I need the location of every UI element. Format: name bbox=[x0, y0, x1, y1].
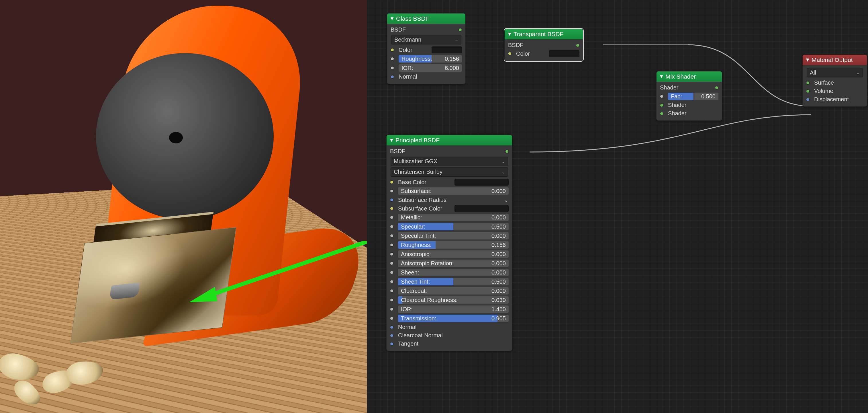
roughness-socket[interactable] bbox=[391, 57, 394, 60]
principled-row[interactable]: Subsurface Color bbox=[389, 204, 510, 213]
color-socket[interactable] bbox=[391, 48, 394, 52]
normal-socket[interactable] bbox=[391, 75, 394, 79]
principled-row[interactable]: Sheen Tint:0.500 bbox=[389, 277, 510, 286]
value-socket[interactable] bbox=[390, 280, 394, 283]
shader-socket-2[interactable] bbox=[660, 112, 663, 115]
color-socket[interactable] bbox=[390, 207, 394, 210]
principled-row[interactable]: Subsurface:0.000 bbox=[389, 186, 510, 196]
collapse-icon[interactable]: ▾ bbox=[390, 137, 393, 143]
ior-socket[interactable] bbox=[391, 66, 394, 70]
ior-slider[interactable]: IOR: 6.000 bbox=[399, 64, 462, 72]
principled-row[interactable]: Specular:0.500 bbox=[389, 222, 510, 231]
principled-row[interactable]: Subsurface Radius⌄ bbox=[389, 196, 510, 204]
glass-header-icon[interactable]: ▾ Glass BSDF bbox=[387, 13, 465, 24]
value-slider[interactable]: Sheen:0.000 bbox=[398, 269, 509, 276]
output-label: BSDF bbox=[391, 26, 406, 33]
bsdf-output-socket[interactable] bbox=[505, 150, 509, 153]
collapse-icon[interactable]: ▾ bbox=[660, 73, 663, 80]
collapse-icon[interactable]: ▾ bbox=[391, 15, 394, 22]
chevron-down-icon[interactable]: ⌄ bbox=[504, 197, 509, 203]
value-slider[interactable]: Roughness:0.156 bbox=[398, 241, 509, 249]
vector-socket[interactable] bbox=[390, 342, 394, 346]
node-transparent-bsdf[interactable]: ▾ Transparent BSDF BSDF Color bbox=[504, 29, 583, 61]
principled-row[interactable]: Base Color bbox=[389, 178, 510, 186]
color-swatch[interactable] bbox=[432, 47, 462, 53]
node-mix-shader[interactable]: ▾ Mix Shader Shader Fac: 0.500 Shader bbox=[656, 71, 722, 121]
principled-row[interactable]: Transmission:0.905 bbox=[389, 314, 510, 323]
node-editor[interactable]: ▾ Glass BSDF BSDF Beckmann ⌄ Color Ro bbox=[367, 0, 868, 413]
color-swatch[interactable] bbox=[455, 179, 509, 185]
value-socket[interactable] bbox=[390, 307, 394, 311]
vector-socket[interactable] bbox=[390, 198, 394, 202]
fac-slider[interactable]: Fac: 0.500 bbox=[668, 93, 718, 100]
node-principled-bsdf[interactable]: ▾ Principled BSDF BSDF Multiscatter GGX … bbox=[386, 135, 513, 351]
principled-row[interactable]: Specular Tint:0.000 bbox=[389, 231, 510, 240]
principled-row[interactable]: Normal bbox=[389, 323, 510, 331]
value-slider[interactable]: Clearcoat Roughness:0.030 bbox=[398, 296, 509, 304]
color-socket[interactable] bbox=[390, 180, 394, 184]
value-socket[interactable] bbox=[390, 289, 394, 293]
principled-row[interactable]: IOR:1.450 bbox=[389, 304, 510, 314]
bsdf-output-socket[interactable] bbox=[576, 43, 580, 47]
color-swatch[interactable] bbox=[455, 205, 509, 212]
shavings-tray bbox=[70, 227, 236, 344]
value-socket[interactable] bbox=[390, 225, 394, 228]
fac-socket[interactable] bbox=[660, 95, 663, 98]
principled-header[interactable]: ▾ Principled BSDF bbox=[386, 135, 512, 145]
principled-row[interactable]: Sheen:0.000 bbox=[389, 268, 510, 277]
node-title: Transparent BSDF bbox=[514, 31, 563, 37]
principled-row[interactable]: Clearcoat Roughness:0.030 bbox=[389, 295, 510, 304]
node-title: Principled BSDF bbox=[396, 137, 440, 144]
output-header[interactable]: ▾ Material Output bbox=[803, 55, 867, 65]
value-slider[interactable]: Specular:0.500 bbox=[398, 223, 509, 230]
value-slider[interactable]: Sheen Tint:0.500 bbox=[398, 278, 509, 285]
principled-row[interactable]: Clearcoat Normal bbox=[389, 331, 510, 340]
vector-socket[interactable] bbox=[390, 334, 394, 337]
value-socket[interactable] bbox=[390, 253, 394, 256]
value-socket[interactable] bbox=[390, 189, 394, 193]
glass-distribution-dropdown[interactable]: Beckmann ⌄ bbox=[391, 35, 461, 45]
shader-socket-1[interactable] bbox=[660, 104, 663, 107]
value-slider[interactable]: Clearcoat:0.000 bbox=[398, 287, 509, 295]
value-socket[interactable] bbox=[390, 298, 394, 302]
principled-row[interactable]: Metallic:0.000 bbox=[389, 213, 510, 222]
value-slider[interactable]: Subsurface:0.000 bbox=[398, 187, 509, 195]
value-socket[interactable] bbox=[390, 234, 394, 237]
chevron-down-icon: ⌄ bbox=[856, 70, 860, 75]
value-slider[interactable]: Transmission:0.905 bbox=[398, 315, 509, 322]
collapse-icon[interactable]: ▾ bbox=[508, 30, 511, 37]
principled-row[interactable]: Roughness:0.156 bbox=[389, 240, 510, 249]
principled-row[interactable]: Clearcoat:0.000 bbox=[389, 286, 510, 295]
value-socket[interactable] bbox=[390, 216, 394, 219]
principled-row[interactable]: Anisotropic Rotation:0.000 bbox=[389, 259, 510, 268]
value-slider[interactable]: IOR:1.450 bbox=[398, 305, 509, 313]
vector-socket[interactable] bbox=[390, 326, 394, 329]
value-slider[interactable]: Specular Tint:0.000 bbox=[398, 232, 509, 239]
principled-row[interactable]: Tangent bbox=[389, 340, 510, 348]
value-slider[interactable]: Anisotropic Rotation:0.000 bbox=[398, 260, 509, 267]
value-slider[interactable]: Anisotropic:0.000 bbox=[398, 250, 509, 258]
surface-socket[interactable] bbox=[806, 81, 810, 85]
color-socket[interactable] bbox=[508, 52, 512, 55]
output-target-dropdown[interactable]: All ⌄ bbox=[807, 68, 863, 78]
volume-socket[interactable] bbox=[806, 89, 810, 93]
shader-output-socket[interactable] bbox=[715, 86, 718, 89]
principled-row[interactable]: Anisotropic:0.000 bbox=[389, 249, 510, 259]
value-socket[interactable] bbox=[390, 271, 394, 274]
value-socket[interactable] bbox=[390, 262, 394, 265]
node-material-output[interactable]: ▾ Material Output All ⌄ Surface Volume D… bbox=[802, 55, 867, 107]
value-socket[interactable] bbox=[390, 243, 394, 247]
principled-distribution-dropdown[interactable]: Multiscatter GGX ⌄ bbox=[391, 156, 508, 166]
mix-header[interactable]: ▾ Mix Shader bbox=[656, 71, 722, 82]
value-socket[interactable] bbox=[390, 317, 394, 320]
principled-sss-dropdown[interactable]: Christensen-Burley ⌄ bbox=[391, 167, 508, 177]
color-swatch[interactable] bbox=[549, 50, 580, 57]
chevron-down-icon: ⌄ bbox=[501, 159, 505, 164]
roughness-slider[interactable]: Roughness: 0.156 bbox=[399, 55, 462, 62]
node-glass-bsdf[interactable]: ▾ Glass BSDF BSDF Beckmann ⌄ Color Ro bbox=[387, 13, 466, 84]
value-slider[interactable]: Metallic:0.000 bbox=[398, 214, 509, 221]
bsdf-output-socket[interactable] bbox=[459, 28, 462, 32]
transparent-header[interactable]: ▾ Transparent BSDF bbox=[505, 29, 583, 39]
displacement-socket[interactable] bbox=[806, 98, 810, 101]
collapse-icon[interactable]: ▾ bbox=[806, 56, 809, 63]
